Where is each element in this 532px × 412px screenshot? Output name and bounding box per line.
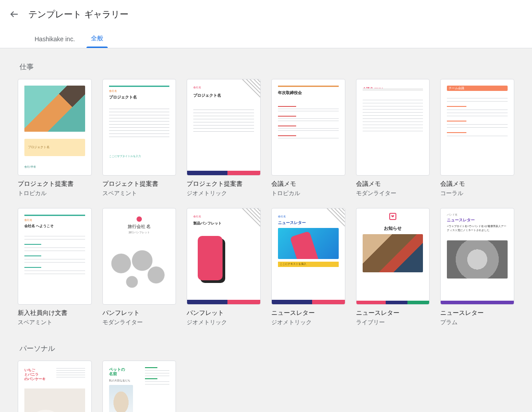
template-subtitle: ライブリー (356, 318, 430, 326)
template-card[interactable]: プロジェクト名 会社/作者 プロジェクト提案書 トロピカル (18, 79, 92, 197)
thumb-chip: 会社名 (109, 89, 117, 93)
template-title: パンフレット (187, 309, 261, 317)
template-thumb: お知らせ (356, 208, 430, 305)
template-card[interactable]: 会議名 09/04 会議メモ モダンライター (356, 79, 430, 197)
thumb-heading: チーム会議 (447, 86, 508, 91)
thumb-heading: プロジェクト名 (193, 93, 221, 98)
template-thumb: 旅行会社 名 旅行パンフレット (102, 208, 176, 305)
thumb-heading: いちご とバニラ のパンケーキ (24, 368, 46, 382)
template-card[interactable]: 会社名 製品パンフレット パンフレット ジオメトリック (187, 208, 261, 326)
template-title: ニュースレター (440, 309, 514, 317)
back-button[interactable] (4, 4, 25, 25)
thumb-heading: 会社名 へようこそ (24, 224, 54, 228)
thumb-meta: 会社/作者 (24, 165, 36, 169)
tab-org[interactable]: Hashikake inc. (27, 35, 83, 48)
thumb-heading: ペットの 名前 (109, 367, 125, 377)
thumb-sub: 私の大切な友だち (109, 379, 130, 383)
template-subtitle: プラム (440, 318, 514, 326)
thumb-chip: 会社名 (24, 218, 32, 222)
thumb-caption: ここにテキストを挿入 (278, 262, 339, 267)
template-thumb: 会社名 プロジェクト名 (187, 79, 261, 176)
template-title: 会議メモ (271, 180, 345, 188)
page-title: テンプレート ギャラリー (28, 8, 129, 20)
template-thumb: バンド名 ニュースレター <ウェブサイト名>で<バンド名>が最優秀新人アーティス… (440, 208, 514, 305)
template-title: プロジェクト提案書 (102, 180, 176, 188)
tab-general[interactable]: 全般 (83, 35, 111, 48)
template-thumb: チーム会議 (440, 79, 514, 176)
template-card[interactable]: 会社名 ニュースレター ここにテキストを挿入 ニュースレター ジオメトリック (271, 208, 345, 326)
thumb-heading: プロジェクト名 (24, 139, 85, 156)
template-title: パンフレット (102, 309, 176, 317)
section-title-work: 仕事 (20, 63, 514, 72)
template-title: ニュースレター (356, 309, 430, 317)
thumb-heading: お知らせ (356, 225, 430, 232)
content: 仕事 プロジェクト名 会社/作者 プロジェクト提案書 トロピカル 会社名 プロジ… (9, 48, 523, 412)
template-card[interactable]: 会社名 会社名 へようこそ 新入社員向け文書 スペアミント (18, 208, 92, 326)
heart-icon (389, 213, 396, 220)
template-title: ニュースレター (271, 309, 345, 317)
template-title: 新入社員向け文書 (18, 309, 92, 317)
template-card[interactable]: 会社名 プロジェクト名 ここにサブタイトルを入力 プロジェクト提案書 スペアミン… (102, 79, 176, 197)
thumb-heading: ニュースレター (447, 217, 475, 223)
template-card[interactable]: バンド名 ニュースレター <ウェブサイト名>で<バンド名>が最優秀新人アーティス… (440, 208, 514, 326)
template-thumb: 年次取締役会 (271, 79, 345, 176)
thumb-heading: ニュースレター (278, 220, 306, 226)
template-card[interactable]: 年次取締役会 会議メモ トロピカル (271, 79, 345, 197)
template-thumb: 会社名 ニュースレター ここにテキストを挿入 (271, 208, 345, 305)
template-thumb: プロジェクト名 会社/作者 (18, 79, 92, 176)
thumb-chip: 会社名 (193, 215, 201, 219)
template-subtitle: スペアミント (18, 318, 92, 326)
thumb-heading: プロジェクト名 (109, 94, 137, 100)
thumb-chip: バンド名 (447, 213, 458, 217)
template-subtitle: トロピカル (18, 189, 92, 197)
thumb-accent: ここにサブタイトルを入力 (109, 154, 141, 158)
template-thumb: 会議名 09/04 (356, 79, 430, 176)
template-subtitle: ジオメトリック (187, 318, 261, 326)
thumb-chip: 会社名 (193, 86, 201, 90)
template-subtitle: トロピカル (271, 189, 345, 197)
template-thumb: いちご とバニラ のパンケーキ (18, 361, 92, 412)
template-card[interactable]: ペットの 名前 私の大切な友だち (102, 361, 176, 412)
template-card[interactable]: いちご とバニラ のパンケーキ (18, 361, 92, 412)
template-thumb: ペットの 名前 私の大切な友だち (102, 361, 176, 412)
template-title: 会議メモ (356, 180, 430, 188)
template-thumb: 会社名 製品パンフレット (187, 208, 261, 305)
tabs: Hashikake inc. 全般 (0, 28, 532, 48)
thumb-heading: 旅行会社 名 (103, 224, 176, 230)
arrow-back-icon (9, 9, 19, 19)
template-grid-work: プロジェクト名 会社/作者 プロジェクト提案書 トロピカル 会社名 プロジェクト… (18, 79, 514, 326)
template-card[interactable]: チーム会議 会議メモ コーラル (440, 79, 514, 197)
template-subtitle: コーラル (440, 189, 514, 197)
template-subtitle: ジオメトリック (187, 189, 261, 197)
thumb-lead: <ウェブサイト名>で<バンド名>が最優秀新人アーティスト賞にノミネートされました (447, 224, 508, 232)
template-thumb: 会社名 プロジェクト名 ここにサブタイトルを入力 (102, 79, 176, 176)
header: テンプレート ギャラリー Hashikake inc. 全般 (0, 0, 532, 48)
thumb-sub: 旅行パンフレット (103, 231, 176, 235)
template-title: 会議メモ (440, 180, 514, 188)
template-card[interactable]: 旅行会社 名 旅行パンフレット パンフレット モダンライター (102, 208, 176, 326)
thumb-chip: 会社名 (278, 215, 286, 219)
template-subtitle: モダンライター (102, 318, 176, 326)
thumb-heading: 年次取締役会 (278, 90, 302, 96)
template-subtitle: モダンライター (356, 189, 430, 197)
thumb-heading: 製品パンフレット (193, 221, 222, 226)
template-subtitle: スペアミント (102, 189, 176, 197)
template-thumb: 会社名 会社名 へようこそ (18, 208, 92, 305)
template-title: プロジェクト提案書 (18, 180, 92, 188)
template-grid-personal: いちご とバニラ のパンケーキ ペットの 名前 私の大切な友だち (18, 361, 514, 412)
template-subtitle: ジオメトリック (271, 318, 345, 326)
template-title: プロジェクト提案書 (187, 180, 261, 188)
section-title-personal: パーソナル (20, 344, 514, 353)
template-card[interactable]: 会社名 プロジェクト名 プロジェクト提案書 ジオメトリック (187, 79, 261, 197)
template-card[interactable]: お知らせ ニュースレター ライブリー (356, 208, 430, 326)
